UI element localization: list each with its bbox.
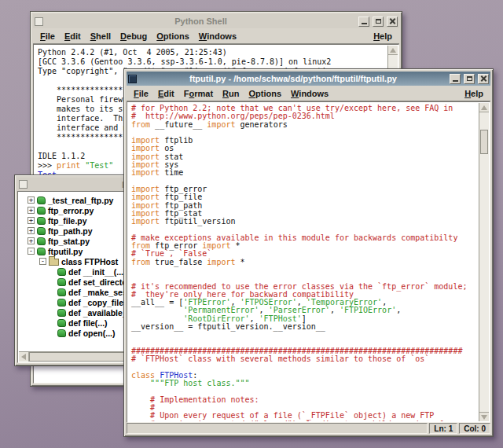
tree-item-label: ftp_stat.py [48,237,90,246]
python-file-icon [57,309,66,317]
menu-windows[interactable]: Windows [286,87,333,100]
arrow-up-icon [390,48,396,53]
minimize-icon [362,23,367,24]
text-line: import time [131,169,478,177]
editor-titlebar[interactable]: ftputil.py - /home/schwa/sd/python/ftput… [127,72,490,86]
editor-window-icon [128,75,137,83]
collapse-icon[interactable]: - [39,258,46,265]
tree-item-label: def file(...) [68,318,108,328]
text-line: import stat [131,153,478,161]
desktop: { "colors": { "desktop_top": "#ab9fac", … [0,0,503,448]
python-file-icon [57,299,66,307]
python-file-icon [37,248,46,255]
menu-options[interactable]: Options [152,30,194,42]
python-file-icon [57,319,66,327]
arrow-down-icon [481,415,487,420]
source-code-text[interactable]: # for Python 2.2; note that we can't use… [128,103,478,421]
expand-icon[interactable]: + [28,196,35,204]
editor-minimize-button[interactable] [450,74,461,84]
menu-file[interactable]: File [35,30,60,42]
scroll-down-button[interactable] [479,412,489,421]
python-file-icon [57,288,66,296]
arrow-left-icon [21,354,26,360]
scroll-up-button[interactable] [388,46,398,55]
text-line [131,266,478,274]
scroll-up-button[interactable] [479,103,489,112]
close-icon [480,75,486,82]
shell-window-title: Python Shell [46,17,355,26]
text-line: # Implementation notes: [131,396,478,404]
python-file-icon [37,237,46,245]
shell-close-button[interactable] [387,17,398,27]
text-line: """FTP host class.""" [131,380,478,387]
text-line: import ftplib [131,137,478,145]
tree-item-label: def __init__(...) [68,267,127,277]
shell-menubar: FileEditShellDebugOptionsWindowsHelp [33,28,399,44]
menu-file[interactable]: File [129,87,153,100]
close-icon [389,18,395,24]
menu-windows[interactable]: Windows [194,30,241,42]
tree-item-label: ftp_path.py [48,226,93,236]
text-line: [GCC 3.3.6 (Gentoo 3.3.6, ssp-3.3.6-1.0,… [38,57,387,67]
python-file-icon [57,278,66,286]
maximize-icon [467,76,472,81]
editor-menubar: FileEditFormatRunOptionsWindowsHelp [127,86,490,101]
collapse-icon[interactable]: - [28,248,35,255]
python-file-icon [37,207,46,215]
path-browser-window-icon [19,180,28,189]
tree-item-label: ftp_file.py [48,216,87,226]
python-file-icon [37,217,46,225]
text-line: from true_false import * [131,259,478,266]
editor-vertical-scrollbar[interactable] [479,103,489,421]
shell-titlebar[interactable]: Python Shell [33,14,399,28]
folder-icon [49,259,59,266]
vertical-scroll-thumb[interactable] [480,130,488,154]
menu-debug[interactable]: Debug [116,30,152,42]
expand-icon[interactable]: + [28,237,35,244]
editor-maximize-button[interactable] [464,74,475,84]
python-file-icon [37,227,46,235]
line-number-indicator: Ln: 1 [429,423,457,434]
shell-window-icon [35,17,43,26]
maximize-icon [376,19,381,24]
menu-edit[interactable]: Edit [153,87,179,100]
text-line [131,331,478,339]
tree-item-label: ftp_error.py [48,206,94,215]
column-number-indicator: Col: 0 [459,423,490,434]
code-editor-area[interactable]: # for Python 2.2; note that we can't use… [127,101,490,423]
expand-icon[interactable]: + [28,217,35,224]
text-line: # session is created ("cloned"), leading… [131,420,478,421]
editor-window-title: ftputil.py - /home/schwa/sd/python/ftput… [140,74,446,83]
menu-help[interactable]: Help [460,87,488,100]
status-spacer [127,423,428,434]
python-file-icon [57,329,66,337]
editor-statusbar: Ln: 1 Col: 0 [127,423,490,434]
text-line: Python 2.4.2 (#1, Oct 4 2005, 21:25:43) [38,48,387,57]
tree-item-label: ftputil.py [48,247,83,256]
tree-item-label: class FTPHost [61,257,118,266]
menu-edit[interactable]: Edit [60,30,86,42]
editor-close-button[interactable] [478,74,489,84]
tree-item-label: _test_real_ftp.py [48,196,113,205]
menu-format[interactable]: Format [179,87,218,100]
editor-window: ftputil.py - /home/schwa/sd/python/ftput… [123,68,494,437]
menu-options[interactable]: Options [244,87,286,100]
menu-help[interactable]: Help [369,30,397,42]
menu-shell[interactable]: Shell [86,30,116,42]
python-file-icon [57,268,66,276]
scroll-left-button[interactable] [19,352,29,362]
minimize-icon [453,80,458,82]
shell-minimize-button[interactable] [358,17,369,27]
arrow-up-icon [481,105,487,110]
text-line: import ftputil_version [131,218,478,226]
text-line: # `FTPHost` class with several methods s… [131,355,478,363]
tree-item-label: def open(...) [68,329,116,338]
text-line: from __future__ import generators [131,121,478,129]
text-line: __version__ = ftputil_version.__version_… [131,323,478,331]
python-file-icon [37,196,46,204]
expand-icon[interactable]: + [28,227,35,234]
shell-maximize-button[interactable] [373,17,384,27]
menu-run[interactable]: Run [218,87,244,100]
expand-icon[interactable]: + [28,207,35,214]
